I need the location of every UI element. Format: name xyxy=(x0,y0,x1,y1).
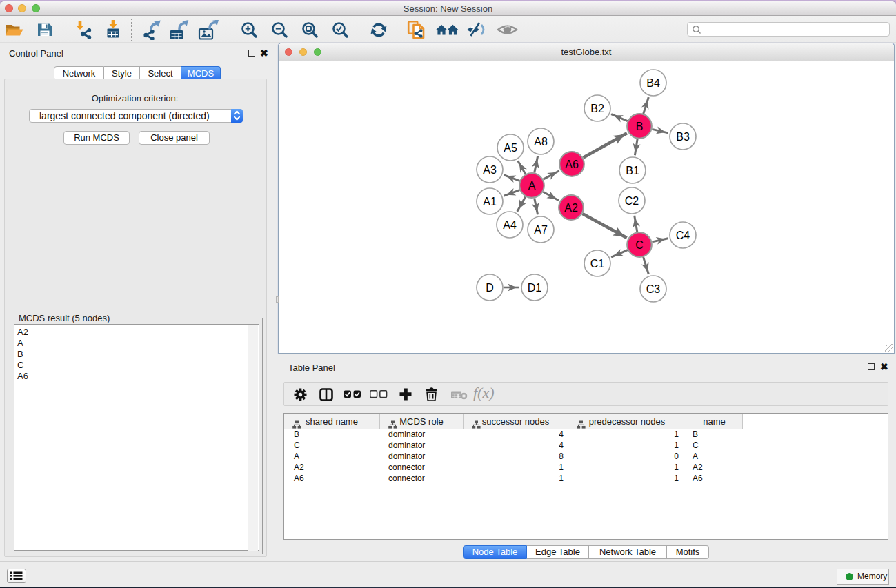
svg-text:A1: A1 xyxy=(483,196,497,207)
svg-text:B1: B1 xyxy=(626,165,639,176)
svg-text:A8: A8 xyxy=(534,136,548,148)
svg-text:A7: A7 xyxy=(534,224,548,236)
svg-text:C1: C1 xyxy=(590,258,605,270)
svg-text:A4: A4 xyxy=(503,219,517,231)
svg-text:D1: D1 xyxy=(528,282,542,294)
svg-text:A2: A2 xyxy=(564,202,578,214)
svg-text:B4: B4 xyxy=(646,77,660,89)
svg-text:A3: A3 xyxy=(483,164,497,176)
svg-text:A: A xyxy=(528,180,536,192)
svg-text:B: B xyxy=(636,121,644,132)
svg-text:A5: A5 xyxy=(504,142,517,154)
svg-text:C2: C2 xyxy=(625,195,639,207)
svg-text:C4: C4 xyxy=(676,230,690,241)
svg-text:B2: B2 xyxy=(590,103,604,114)
svg-text:C: C xyxy=(635,239,644,251)
svg-text:D: D xyxy=(486,282,494,294)
svg-text:B3: B3 xyxy=(676,131,690,143)
svg-text:C3: C3 xyxy=(646,283,661,295)
svg-text:A6: A6 xyxy=(565,159,579,170)
